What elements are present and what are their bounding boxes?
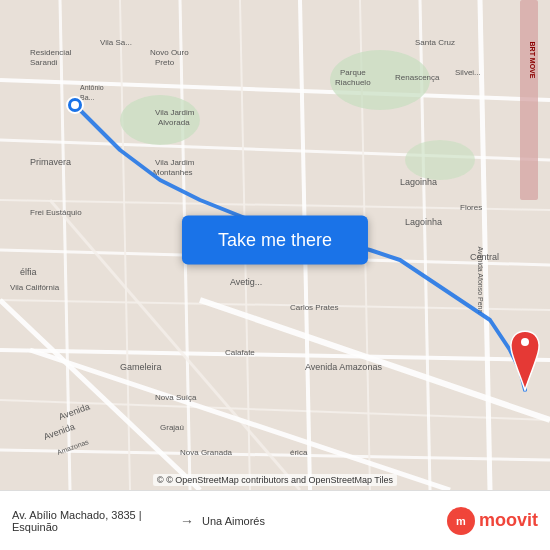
svg-text:Sarandi: Sarandi: [30, 58, 58, 67]
moovit-logo: m moovit: [447, 507, 538, 535]
svg-text:Vila Califórnia: Vila Califórnia: [10, 283, 60, 292]
svg-text:Silvei...: Silvei...: [455, 68, 481, 77]
svg-text:Avenida Afonso Pena: Avenida Afonso Pena: [477, 247, 484, 314]
svg-text:Vila Jardim: Vila Jardim: [155, 108, 195, 117]
svg-text:Nova Granada: Nova Granada: [180, 448, 233, 457]
copyright-icon: ©: [157, 475, 164, 485]
map-container: BRT MOVE Residencial Sarandi Vila Sa... …: [0, 0, 550, 490]
svg-point-25: [405, 140, 475, 180]
svg-text:Carlos Prates: Carlos Prates: [290, 303, 338, 312]
svg-text:Nova Suíça: Nova Suíça: [155, 393, 197, 402]
svg-text:Avenida Amazonas: Avenida Amazonas: [305, 362, 382, 372]
bottom-bar: Av. Abílio Machado, 3835 | Esquinão → Un…: [0, 490, 550, 550]
svg-text:Grajaú: Grajaú: [160, 423, 184, 432]
take-me-there-button[interactable]: Take me there: [182, 216, 368, 265]
svg-text:Primavera: Primavera: [30, 157, 71, 167]
svg-text:Santa Cruz: Santa Cruz: [415, 38, 455, 47]
destination-text: Una Aimorés: [202, 515, 265, 527]
svg-text:Flores: Flores: [460, 203, 482, 212]
svg-text:Frei Eustáquio: Frei Eustáquio: [30, 208, 82, 217]
svg-text:Gameleira: Gameleira: [120, 362, 162, 372]
svg-text:Vila Sa...: Vila Sa...: [100, 38, 132, 47]
svg-text:m: m: [456, 515, 466, 527]
svg-rect-21: [520, 0, 538, 200]
svg-text:élfia: élfia: [20, 267, 37, 277]
svg-text:Preto: Preto: [155, 58, 175, 67]
svg-text:Parque: Parque: [340, 68, 366, 77]
svg-text:Antônio: Antônio: [80, 84, 104, 91]
moovit-icon: m: [447, 507, 475, 535]
svg-text:Calafate: Calafate: [225, 348, 255, 357]
svg-text:Vila Jardim: Vila Jardim: [155, 158, 195, 167]
svg-text:Alvorada: Alvorada: [158, 118, 190, 127]
svg-text:Riachuelo: Riachuelo: [335, 78, 371, 87]
svg-text:Residencial: Residencial: [30, 48, 72, 57]
svg-text:Novo Ouro: Novo Ouro: [150, 48, 189, 57]
svg-text:Renascença: Renascença: [395, 73, 440, 82]
map-attribution: © © OpenStreetMap contributors and OpenS…: [153, 474, 397, 486]
svg-text:Avetig...: Avetig...: [230, 277, 262, 287]
svg-text:BRT MOVE: BRT MOVE: [529, 42, 536, 79]
svg-text:Ba...: Ba...: [80, 94, 94, 101]
svg-text:érica: érica: [290, 448, 308, 457]
svg-text:Lagoinha: Lagoinha: [400, 177, 437, 187]
origin-text: Av. Abílio Machado, 3835 | Esquinão: [12, 509, 172, 533]
svg-text:Montanhes: Montanhes: [153, 168, 193, 177]
svg-text:Lagoinha: Lagoinha: [405, 217, 442, 227]
arrow-icon: →: [180, 513, 194, 529]
moovit-text: moovit: [479, 510, 538, 531]
